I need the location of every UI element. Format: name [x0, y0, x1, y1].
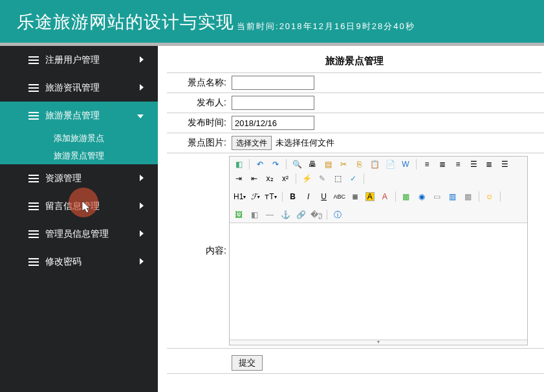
underline-icon[interactable]: U [319, 191, 329, 202]
svg-marker-5 [140, 230, 144, 237]
flash-icon[interactable]: ◉ [417, 191, 427, 202]
svg-marker-1 [140, 84, 144, 91]
align-left-icon[interactable]: ≡ [422, 159, 432, 169]
sidebar-item-label: 注册用户管理 [45, 54, 100, 66]
form-table: 景点名称: 发布人: 发布时间: 景点图片: 选择文件 未选择任何文件 内容: [167, 73, 544, 374]
font-select[interactable]: ℱ▾ [251, 192, 259, 202]
sidebar-item-message[interactable]: 留言信息管理 [0, 192, 158, 220]
current-time: 当前时间:2018年12月16日9时28分40秒 [237, 21, 415, 32]
unlink-icon[interactable]: �უ [311, 210, 321, 220]
cut-icon[interactable]: ✂ [338, 159, 349, 169]
paste-word-icon[interactable]: W [400, 159, 411, 169]
quick-format-icon[interactable]: ✎ [317, 173, 327, 184]
landscape-icon[interactable]: ◧ [249, 210, 259, 220]
music-icon[interactable]: ▥ [448, 191, 458, 202]
main-content: 旅游景点管理 景点名称: 发布人: 发布时间: 景点图片: 选择文件 未选择任何… [158, 46, 544, 392]
fgcolor-icon[interactable]: A [365, 192, 375, 201]
input-name[interactable] [232, 76, 314, 90]
file-status: 未选择任何文件 [276, 138, 334, 147]
fontsize-select[interactable]: ᴛT▾ [265, 192, 276, 201]
separator [327, 210, 327, 220]
sidebar-item-label: 旅游景点管理 [45, 110, 100, 122]
separator [395, 191, 396, 202]
hr-icon[interactable]: — [265, 210, 275, 220]
sidebar-item-users[interactable]: 注册用户管理 [0, 46, 158, 74]
sidebar-item-news[interactable]: 旅游资讯管理 [0, 74, 158, 102]
sidebar-item-password[interactable]: 修改密码 [0, 248, 158, 276]
undo-icon[interactable]: ↶ [255, 159, 265, 169]
separator [364, 173, 364, 184]
picture-icon[interactable]: ▦ [401, 191, 411, 202]
align-right-icon[interactable]: ≡ [453, 159, 463, 169]
superscript-icon[interactable]: x² [280, 173, 290, 184]
paste-text-icon[interactable]: 📄 [385, 159, 395, 169]
sidebar-item-label: 修改密码 [45, 256, 82, 268]
menu-icon [28, 84, 39, 92]
italic-icon[interactable]: I [303, 191, 314, 202]
select-all-icon[interactable]: ⬚ [332, 173, 343, 184]
sidebar-item-scenic[interactable]: 旅游景点管理 [0, 102, 158, 129]
anchor-icon[interactable]: ⚓ [280, 210, 290, 220]
table-icon[interactable]: ▦ [463, 191, 473, 202]
submenu-add-scenic[interactable]: 添加旅游景点 [0, 129, 158, 147]
sidebar-submenu: 添加旅游景点 旅游景点管理 [0, 129, 158, 164]
separator [416, 159, 417, 169]
link-icon[interactable]: 🔗 [296, 210, 306, 220]
indent-icon[interactable]: ⇥ [234, 173, 244, 184]
redo-icon[interactable]: ↷ [270, 159, 281, 169]
editor-textarea[interactable] [230, 223, 527, 340]
menu-icon [28, 202, 39, 210]
separator [249, 159, 250, 169]
image-icon[interactable]: 🖼 [234, 210, 244, 220]
video-icon[interactable]: ▭ [432, 191, 442, 202]
template-icon[interactable]: ▤ [323, 159, 333, 169]
chevron-right-icon [140, 55, 144, 65]
svg-marker-0 [140, 56, 144, 63]
app-title: 乐途旅游网站的设计与实现 [17, 10, 234, 34]
bold-icon[interactable]: B [288, 191, 298, 202]
sidebar-item-label: 资源管理 [45, 173, 82, 184]
input-publisher[interactable] [232, 96, 314, 110]
rich-editor: ◧ ↶ ↷ 🔍 🖶 ▤ ✂ ⎘ 📋 📄 W [229, 156, 528, 345]
lineheight-icon[interactable]: ≣ [350, 191, 360, 202]
submit-button[interactable]: 提交 [232, 355, 263, 371]
sidebar-item-admin[interactable]: 管理员信息管理 [0, 220, 158, 248]
print-icon[interactable]: 🖶 [307, 159, 318, 169]
align-justify-icon[interactable]: ☰ [468, 159, 479, 169]
sidebar-item-resource[interactable]: 资源管理 [0, 164, 158, 192]
file-select-button[interactable]: 选择文件 [232, 136, 272, 150]
menu-icon [28, 175, 39, 182]
remove-format-icon[interactable]: ⚡ [301, 173, 312, 184]
separator [296, 173, 296, 184]
outdent-icon[interactable]: ⇤ [249, 173, 259, 184]
bgcolor-icon[interactable]: A [380, 191, 390, 202]
sidebar-item-label: 管理员信息管理 [45, 228, 109, 240]
list-ol-icon[interactable]: ≣ [484, 159, 494, 169]
emoji-icon[interactable]: ☺ [484, 191, 495, 202]
separator [500, 191, 501, 202]
submenu-manage-scenic[interactable]: 旅游景点管理 [0, 147, 158, 164]
separator [479, 191, 479, 202]
input-pubtime[interactable] [232, 116, 314, 130]
paste-icon[interactable]: 📋 [369, 159, 380, 169]
subscript-icon[interactable]: x₂ [265, 173, 275, 184]
copy-icon[interactable]: ⎘ [354, 159, 364, 169]
strike-icon[interactable]: ABC [334, 191, 345, 202]
label-name: 景点名称: [167, 73, 229, 93]
align-center-icon[interactable]: ≣ [437, 159, 448, 169]
editor-resize-handle[interactable]: ▾ [230, 340, 527, 345]
about-icon[interactable]: ⓘ [332, 210, 343, 220]
svg-marker-2 [137, 114, 144, 118]
svg-marker-6 [140, 258, 144, 265]
label-pubtime: 发布时间: [167, 113, 229, 133]
source-icon[interactable]: ◧ [234, 159, 244, 169]
editor-toolbar: ◧ ↶ ↷ 🔍 🖶 ▤ ✂ ⎘ 📋 📄 W [230, 157, 527, 223]
clear-icon[interactable]: ✓ [348, 173, 358, 184]
chevron-right-icon [140, 83, 144, 93]
heading-select[interactable]: H1▾ [234, 192, 246, 201]
chevron-right-icon [140, 257, 144, 267]
preview-icon[interactable]: 🔍 [292, 159, 302, 169]
panel-title: 旅游景点管理 [167, 51, 541, 73]
svg-marker-3 [140, 175, 144, 181]
list-ul-icon[interactable]: ☰ [499, 159, 510, 169]
